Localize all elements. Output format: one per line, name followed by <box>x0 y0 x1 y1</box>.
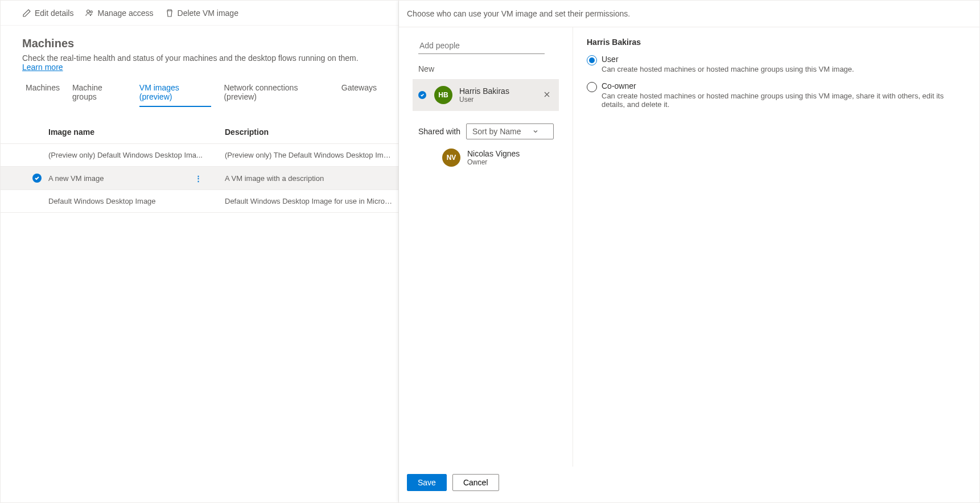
radio-user[interactable]: User Can create hosted machines or hoste… <box>587 55 966 73</box>
row-name: (Preview only) Default Windows Desktop I… <box>48 151 225 159</box>
column-header-description[interactable]: Description <box>225 127 398 137</box>
tab-network-connections[interactable]: Network connections (preview) <box>224 82 328 107</box>
save-button[interactable]: Save <box>407 474 447 491</box>
add-people-input[interactable] <box>418 38 545 54</box>
column-header-name[interactable]: Image name <box>48 127 225 137</box>
row-desc: (Preview only) The Default Windows Deskt… <box>225 151 398 159</box>
sort-select-value: Sort by Name <box>472 127 521 136</box>
permissions-heading: Harris Bakiras <box>587 38 966 47</box>
radio-coowner[interactable]: Co-owner Can create hosted machines or h… <box>587 81 966 109</box>
row-desc: A VM image with a description <box>225 174 398 183</box>
row-desc: Default Windows Desktop Image for use in… <box>225 197 398 205</box>
page-subtitle: Check the real-time health and status of… <box>22 53 377 72</box>
radio-label-coowner: Co-owner <box>602 81 966 90</box>
table-row[interactable]: A new VM image ⋮ A VM image with a descr… <box>1 167 398 190</box>
row-selected-check-icon[interactable] <box>32 174 42 183</box>
svg-point-1 <box>90 11 93 13</box>
manage-access-panel: Choose who can use your VM image and set… <box>399 1 979 502</box>
radio-button-coowner[interactable] <box>587 82 597 92</box>
page-title: Machines <box>22 37 377 50</box>
table-row[interactable]: Default Windows Desktop Image Default Wi… <box>1 190 398 213</box>
row-name: A new VM image <box>48 174 104 183</box>
radio-button-user[interactable] <box>587 55 597 65</box>
table-row[interactable]: (Preview only) Default Windows Desktop I… <box>1 144 398 167</box>
edit-icon <box>22 9 31 18</box>
radio-desc-user: Can create hosted machines or hosted mac… <box>602 65 854 73</box>
shared-with-label: Shared with <box>418 127 460 136</box>
manage-access-label: Manage access <box>97 9 153 18</box>
tabs: Machines Machine groups VM images (previ… <box>1 72 398 107</box>
vm-image-grid: Image name Description (Preview only) De… <box>1 121 398 213</box>
edit-details-label: Edit details <box>35 9 73 18</box>
svg-point-0 <box>87 10 90 13</box>
row-name: Default Windows Desktop Image <box>48 197 225 205</box>
edit-details-button[interactable]: Edit details <box>22 9 73 18</box>
radio-label-user: User <box>602 55 854 64</box>
person-role: User <box>459 96 541 104</box>
person-card-harris[interactable]: HB Harris Bakiras User <box>413 79 559 111</box>
radio-desc-coowner: Can create hosted machines or hosted mac… <box>602 92 966 109</box>
learn-more-link[interactable]: Learn more <box>22 63 63 72</box>
delete-vm-button[interactable]: Delete VM image <box>165 9 238 18</box>
tab-vm-images[interactable]: VM images (preview) <box>139 82 212 107</box>
new-section-label: New <box>418 64 559 73</box>
people-icon <box>85 9 94 18</box>
trash-icon <box>165 9 174 18</box>
delete-vm-label: Delete VM image <box>178 9 238 18</box>
chevron-down-icon <box>533 127 538 136</box>
tab-gateways[interactable]: Gateways <box>341 82 377 107</box>
person-card-owner[interactable]: NV Nicolas Vignes Owner <box>418 149 559 167</box>
sort-select[interactable]: Sort by Name <box>466 123 554 139</box>
cancel-button[interactable]: Cancel <box>452 474 499 491</box>
person-name: Nicolas Vignes <box>467 149 559 158</box>
avatar: HB <box>434 86 452 104</box>
toolbar: Edit details Manage access Delete VM ima… <box>1 1 398 26</box>
subtitle-text: Check the real-time health and status of… <box>22 53 359 63</box>
tab-machine-groups[interactable]: Machine groups <box>72 82 127 107</box>
manage-access-button[interactable]: Manage access <box>85 9 153 18</box>
person-role: Owner <box>467 158 559 166</box>
person-selected-check-icon <box>418 91 426 99</box>
tab-machines[interactable]: Machines <box>26 82 60 107</box>
avatar: NV <box>442 149 460 167</box>
panel-header: Choose who can use your VM image and set… <box>399 1 979 27</box>
remove-person-icon[interactable] <box>541 88 553 102</box>
row-more-icon[interactable]: ⋮ <box>195 174 202 183</box>
person-name: Harris Bakiras <box>459 86 541 96</box>
